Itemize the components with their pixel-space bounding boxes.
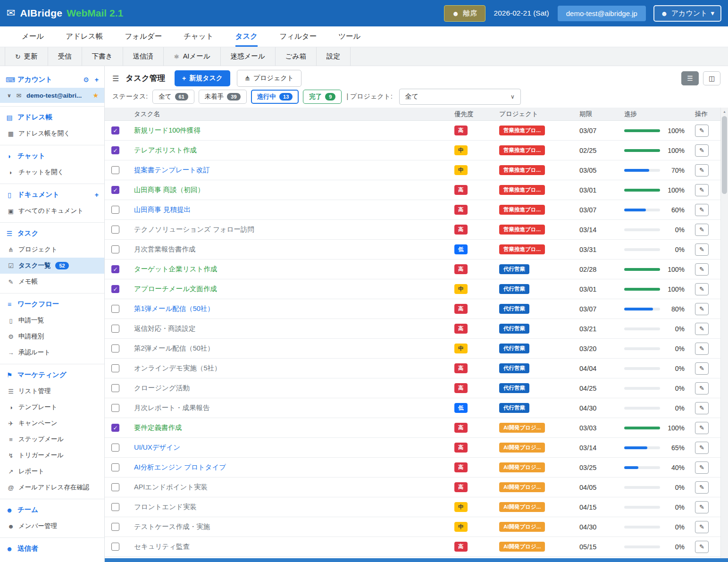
nav-tab[interactable]: タスク [235, 26, 258, 47]
sidebar-item[interactable]: ⚙申請種別 [0, 328, 104, 344]
edit-task-button[interactable]: ✎ [695, 283, 709, 295]
task-name-link[interactable]: セキュリティ監査 [134, 542, 190, 551]
task-name-link[interactable]: APIエンドポイント実装 [134, 483, 208, 492]
task-checkbox[interactable] [111, 206, 119, 214]
task-checkbox[interactable] [111, 226, 119, 234]
gear-icon[interactable]: ⚙ [83, 76, 89, 84]
task-checkbox[interactable] [111, 305, 119, 313]
nav-tab[interactable]: ツール [338, 26, 360, 47]
nav-tab[interactable]: フィルター [279, 26, 317, 47]
toolbar-button[interactable]: ごみ箱 [276, 47, 317, 66]
vertical-scrollbar[interactable]: ▲ [720, 108, 728, 562]
sidebar-item[interactable]: @メールアドレス存在確認 [0, 479, 104, 495]
sidebar-section-header[interactable]: ☻送信者 [0, 540, 104, 557]
status-chip[interactable]: 進行中13 [251, 90, 299, 104]
task-checkbox[interactable] [111, 245, 119, 253]
toolbar-button[interactable]: 受信 [48, 47, 82, 66]
task-checkbox[interactable]: ✓ [111, 186, 119, 194]
task-checkbox[interactable] [111, 364, 119, 372]
sidebar-section-header[interactable]: ☻チーム [0, 502, 104, 518]
sidebar-section-header[interactable]: ⌨アカウント⚙+ [0, 71, 104, 88]
toolbar-button[interactable]: ↻更新 [5, 47, 48, 66]
plus-icon[interactable]: + [95, 191, 99, 199]
sidebar-item[interactable]: ☻メンバー管理 [0, 518, 104, 534]
task-checkbox[interactable] [111, 325, 119, 333]
edit-task-button[interactable]: ✎ [695, 303, 709, 315]
new-task-button[interactable]: + 新規タスク [175, 70, 230, 86]
scrollbar-thumb[interactable] [722, 116, 727, 194]
edit-task-button[interactable]: ✎ [695, 164, 709, 176]
edit-task-button[interactable]: ✎ [695, 343, 709, 355]
sidebar-item[interactable]: ▣すべてのドキュメント [0, 203, 104, 219]
sidebar-item[interactable]: ≡ステップメール [0, 431, 104, 447]
task-name-link[interactable]: 山田商事 商談（初回） [134, 185, 204, 194]
toolbar-button[interactable]: 下書き [82, 47, 123, 66]
edit-task-button[interactable]: ✎ [695, 263, 709, 276]
scroll-up-arrow-icon[interactable]: ▲ [721, 108, 728, 115]
task-name-link[interactable]: クロージング活動 [134, 384, 190, 393]
sidebar-item[interactable]: ▯申請一覧 [0, 312, 104, 328]
task-name-link[interactable]: ターゲット企業リスト作成 [134, 265, 217, 274]
task-name-link[interactable]: 提案書テンプレート改訂 [134, 166, 210, 175]
edit-task-button[interactable]: ✎ [695, 461, 709, 474]
toolbar-button[interactable]: ⚛AIメール [164, 47, 220, 66]
task-name-link[interactable]: 返信対応・商談設定 [134, 324, 196, 333]
account-menu-button[interactable]: ☻ アカウント ▾ [653, 5, 721, 22]
edit-task-button[interactable]: ✎ [695, 481, 709, 494]
sidebar-section-header[interactable]: ☰タスク [0, 225, 104, 242]
task-name-link[interactable]: UI/UXデザイン [134, 443, 180, 452]
task-checkbox[interactable] [111, 523, 119, 531]
nav-tab[interactable]: フォルダー [125, 26, 162, 47]
status-chip[interactable]: 全て61 [152, 90, 194, 104]
task-checkbox[interactable] [111, 463, 119, 471]
column-view-button[interactable]: ◫ [703, 71, 720, 85]
toolbar-button[interactable]: 設定 [317, 47, 351, 66]
task-checkbox[interactable] [111, 543, 119, 551]
sidebar-section-header[interactable]: ≡ワークフロー [0, 296, 104, 312]
sidebar-item[interactable]: ⋔プロジェクト [0, 242, 104, 258]
task-name-link[interactable]: オンラインデモ実施（5社） [134, 364, 221, 373]
edit-task-button[interactable]: ✎ [695, 125, 709, 137]
edit-task-button[interactable]: ✎ [695, 362, 709, 375]
edit-task-button[interactable]: ✎ [695, 382, 709, 394]
list-view-button[interactable]: ☰ [681, 71, 699, 85]
sidebar-item[interactable]: →承認ルート [0, 344, 104, 361]
away-status-button[interactable]: ☻ 離席 [444, 5, 485, 22]
sidebar-item[interactable]: ◗チャットを開く [0, 164, 104, 180]
toolbar-button[interactable]: 迷惑メール [221, 47, 276, 66]
sidebar-section-header[interactable]: ▤アドレス帳 [0, 109, 104, 126]
toolbar-button[interactable]: 送信済 [123, 47, 164, 66]
plus-icon[interactable]: + [95, 76, 99, 84]
task-checkbox[interactable] [111, 503, 119, 511]
task-name-link[interactable]: 第1弾メール配信（50社） [134, 304, 214, 313]
status-chip[interactable]: 未着手39 [199, 90, 247, 104]
edit-task-button[interactable]: ✎ [695, 204, 709, 216]
task-checkbox[interactable] [111, 483, 119, 491]
sidebar-section-header[interactable]: ◗チャット [0, 148, 104, 164]
sidebar-item[interactable]: ✈キャンペーン [0, 415, 104, 431]
project-select[interactable]: 全て ∨ [399, 89, 521, 105]
sidebar-item[interactable]: ☰リスト管理 [0, 383, 104, 399]
task-name-link[interactable]: 第2弾メール配信（50社） [134, 344, 214, 353]
edit-task-button[interactable]: ✎ [695, 541, 709, 553]
edit-task-button[interactable]: ✎ [695, 144, 709, 157]
edit-task-button[interactable]: ✎ [695, 521, 709, 533]
task-name-link[interactable]: 要件定義書作成 [134, 423, 182, 432]
task-name-link[interactable]: 月次営業報告書作成 [134, 245, 196, 254]
edit-task-button[interactable]: ✎ [695, 422, 709, 434]
status-chip[interactable]: 完了9 [303, 90, 342, 104]
projects-button[interactable]: ⋔ プロジェクト [237, 70, 301, 87]
task-checkbox[interactable] [111, 404, 119, 412]
task-name-link[interactable]: 新規リード100件獲得 [134, 126, 201, 135]
task-name-link[interactable]: テレアポリスト作成 [134, 146, 197, 155]
task-checkbox[interactable]: ✓ [111, 265, 119, 273]
sidebar-section-header[interactable]: ▯ドキュメント+ [0, 186, 104, 203]
task-checkbox[interactable] [111, 444, 119, 452]
task-name-link[interactable]: テストケース作成・実施 [134, 522, 210, 531]
edit-task-button[interactable]: ✎ [695, 501, 709, 513]
nav-tab[interactable]: チャット [184, 26, 213, 47]
task-name-link[interactable]: 月次レポート・成果報告 [134, 403, 210, 412]
edit-task-button[interactable]: ✎ [695, 184, 709, 196]
task-checkbox[interactable] [111, 384, 119, 392]
sidebar-item[interactable]: ◑テンプレート [0, 399, 104, 415]
